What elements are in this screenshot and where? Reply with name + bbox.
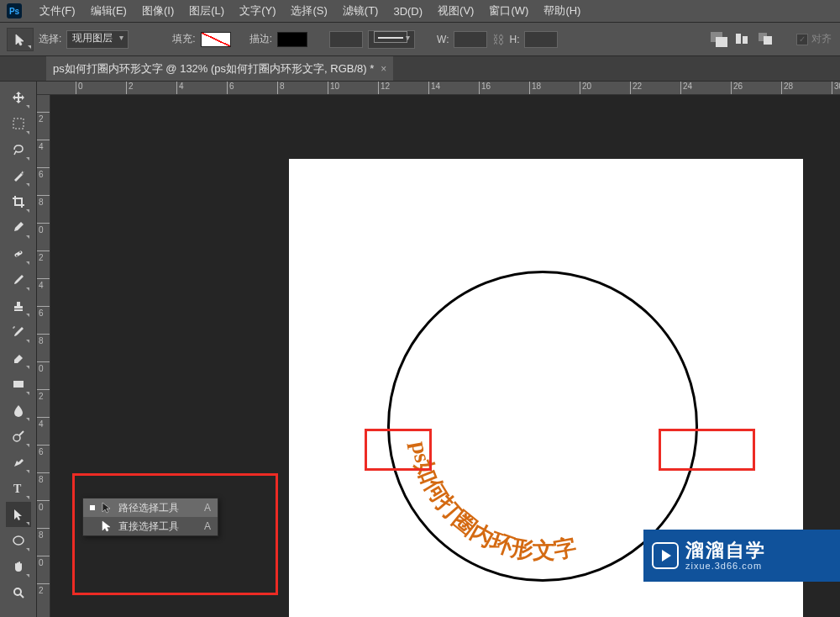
pen-tool[interactable]	[6, 450, 31, 475]
flyout-item-1[interactable]: 直接选择工具A	[83, 517, 218, 535]
svg-rect-5	[13, 250, 23, 257]
move-tool[interactable]	[6, 85, 31, 110]
ruler-tick: 12	[378, 82, 390, 94]
menu-filter[interactable]: 滤镜(T)	[335, 0, 386, 22]
menu-type[interactable]: 文字(Y)	[232, 0, 283, 22]
ruler-tick: 4	[37, 417, 50, 429]
ruler-tick: 0	[37, 361, 50, 373]
svg-rect-8	[13, 381, 24, 388]
stroke-width-input[interactable]	[329, 31, 363, 48]
watermark-title: 溜溜自学	[685, 541, 766, 561]
link-icon[interactable]: ⛓	[492, 33, 504, 46]
stroke-type-dropdown[interactable]	[368, 30, 415, 49]
ruler-tick: 2	[37, 250, 50, 262]
menu-layer[interactable]: 图层(L)	[181, 0, 232, 22]
type-tool[interactable]: T	[6, 476, 31, 501]
blur-tool[interactable]	[6, 398, 31, 423]
arrange-icon[interactable]	[758, 32, 776, 47]
eraser-tool[interactable]	[6, 345, 31, 371]
rect-marquee-tool[interactable]	[6, 111, 31, 136]
path-select-tool[interactable]	[6, 502, 31, 527]
menu-view[interactable]: 视图(V)	[430, 0, 481, 22]
stamp-tool[interactable]	[6, 293, 31, 319]
hand-tool[interactable]	[6, 554, 31, 579]
lasso-tool[interactable]	[6, 137, 31, 162]
svg-rect-0	[736, 34, 741, 44]
ruler-tick: 6	[37, 445, 50, 456]
menu-window[interactable]: 窗口(W)	[481, 0, 536, 22]
ellipse-shape-tool[interactable]	[6, 528, 31, 553]
eyedropper-tool[interactable]	[6, 215, 31, 240]
ruler-tick: 2	[37, 112, 50, 124]
crop-tool[interactable]	[6, 189, 31, 214]
svg-point-7	[19, 251, 21, 253]
heal-tool[interactable]	[6, 241, 31, 266]
canvas-area[interactable]: 024681012141618202224262830 246802468024…	[37, 82, 840, 617]
flyout-item-label: 路径选择工具	[118, 501, 179, 515]
ruler-tick: 8	[37, 472, 50, 484]
ruler-tick: 0	[37, 556, 50, 567]
ruler-tick: 2	[37, 583, 50, 595]
chevron-down-icon	[28, 45, 31, 49]
ruler-tick: 6	[37, 167, 50, 179]
ruler-tick: 24	[680, 82, 692, 94]
vertical-ruler: 246802468024680802	[37, 95, 50, 617]
tool-flyout: 路径选择工具A直接选择工具A	[82, 498, 218, 536]
annotation-box-left	[365, 429, 432, 471]
ruler-tick: 18	[529, 82, 541, 94]
options-bar: 选择: 现用图层 填充: 描边: W: ⛓ H: ✓ 对齐	[0, 23, 840, 56]
ruler-tick: 30	[832, 82, 840, 94]
flyout-item-label: 直接选择工具	[118, 519, 179, 534]
menu-file[interactable]: 文件(F)	[32, 0, 83, 22]
history-brush-tool[interactable]	[6, 319, 31, 345]
svg-text:T: T	[13, 483, 22, 495]
ruler-tick: 22	[630, 82, 642, 94]
ruler-tick: 0	[37, 223, 50, 235]
ps-logo-icon: Ps	[7, 3, 22, 18]
menu-image[interactable]: 图像(I)	[134, 0, 181, 22]
document-tab[interactable]: ps如何打圈内环形文字 @ 132% (ps如何打圈内环形文字, RGB/8) …	[46, 56, 393, 81]
align-icon[interactable]	[734, 32, 753, 47]
checkbox-icon: ✓	[796, 34, 808, 45]
dodge-tool[interactable]	[6, 424, 31, 449]
ruler-tick: 8	[277, 82, 285, 94]
play-icon	[652, 542, 679, 569]
ruler-tick: 8	[37, 334, 50, 345]
align-checkbox-label: 对齐	[811, 32, 832, 46]
ruler-tick: 4	[37, 140, 50, 151]
pathops-icon[interactable]	[711, 32, 729, 47]
magic-wand-tool[interactable]	[6, 163, 31, 188]
ruler-tick: 28	[781, 82, 793, 94]
document-tab-bar: ps如何打圈内环形文字 @ 132% (ps如何打圈内环形文字, RGB/8) …	[0, 56, 840, 82]
ruler-tick: 26	[731, 82, 743, 94]
flyout-item-0[interactable]: 路径选择工具A	[83, 498, 218, 517]
height-input[interactable]	[524, 31, 558, 48]
select-layer-dropdown[interactable]: 现用图层	[66, 30, 129, 49]
fill-swatch[interactable]	[201, 32, 231, 47]
align-checkbox[interactable]: ✓ 对齐	[796, 32, 832, 46]
svg-point-10	[13, 435, 20, 441]
menu-help[interactable]: 帮助(H)	[536, 0, 588, 22]
gradient-tool[interactable]	[6, 372, 31, 397]
menu-3d[interactable]: 3D(D)	[386, 2, 430, 21]
options-right-group: ✓ 对齐	[711, 32, 840, 47]
zoom-tool[interactable]	[6, 580, 31, 605]
stroke-label: 描边:	[249, 32, 272, 46]
ruler-tick: 16	[479, 82, 491, 94]
close-icon[interactable]: ×	[381, 63, 386, 75]
menu-select[interactable]: 选择(S)	[283, 0, 334, 22]
width-input[interactable]	[454, 31, 487, 48]
svg-rect-1	[743, 36, 748, 44]
ruler-tick: 8	[37, 195, 50, 207]
watermark: 溜溜自学 zixue.3d66.com	[643, 530, 840, 582]
menu-bar: Ps 文件(F) 编辑(E) 图像(I) 图层(L) 文字(Y) 选择(S) 滤…	[0, 0, 840, 23]
ruler-tick: 4	[37, 278, 50, 290]
document-tab-title: ps如何打圈内环形文字 @ 132% (ps如何打圈内环形文字, RGB/8) …	[53, 61, 374, 76]
ruler-tick: 0	[37, 500, 50, 512]
stroke-swatch[interactable]	[277, 32, 307, 47]
tool-preset-button[interactable]	[7, 28, 34, 51]
brush-tool[interactable]	[6, 267, 31, 293]
svg-rect-4	[13, 119, 24, 129]
tools-panel: T	[0, 82, 37, 617]
menu-edit[interactable]: 编辑(E)	[83, 0, 134, 22]
